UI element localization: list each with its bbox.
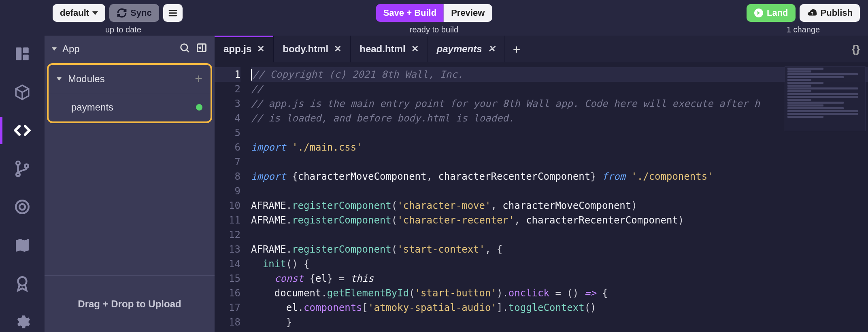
code-area[interactable]: 123456789101112131415161718 // Copyright… [215,62,868,332]
svg-marker-13 [20,239,25,252]
tab-label: body.html [283,43,328,55]
modules-header[interactable]: Modules + [49,65,211,93]
rail-branch[interactable] [11,159,34,179]
svg-point-10 [16,201,29,214]
rail-code[interactable] [11,120,34,141]
land-button[interactable]: Land [747,4,796,22]
tab-app-js[interactable]: app.js✕ [215,36,274,62]
svg-point-8 [16,172,20,176]
chevron-down-icon [92,11,98,15]
root-label: App [62,43,80,55]
editor-tabs: app.js✕body.html✕head.html✕payments✕ ＋ {… [215,36,868,62]
module-label: payments [71,102,113,113]
svg-point-11 [19,204,25,210]
editor: app.js✕body.html✕head.html✕payments✕ ＋ {… [215,36,868,332]
sync-button[interactable]: Sync [109,4,159,22]
side-rail [0,36,45,332]
tab-payments[interactable]: payments✕ [428,36,504,62]
minimap[interactable] [785,66,866,131]
modified-indicator-icon [196,104,202,111]
sync-icon [117,8,127,18]
tab-body-html[interactable]: body.html✕ [274,36,351,62]
new-tab-button[interactable]: ＋ [504,36,529,62]
save-build-button[interactable]: Save + Build [376,4,444,22]
tab-head-html[interactable]: head.html✕ [351,36,428,62]
cloud-upload-icon [807,8,817,18]
tab-label: app.js [223,43,251,55]
close-icon[interactable]: ✕ [257,44,264,54]
rail-layout[interactable] [11,44,34,64]
preview-button[interactable]: Preview [444,4,492,22]
add-module-button[interactable]: + [195,71,202,86]
sync-label: Sync [130,8,152,18]
module-item-payments[interactable]: payments [49,93,211,121]
rail-map[interactable] [11,235,34,256]
chevron-down-icon [52,47,57,51]
panel-collapse-icon[interactable] [196,42,207,56]
section-label: Modules [68,73,105,85]
arrow-right-circle-icon [754,8,764,18]
search-icon[interactable] [179,42,190,56]
tab-label: head.html [360,43,405,55]
branch-label: default [60,8,89,18]
code-content[interactable]: // Copyright (c) 2021 8th Wall, Inc.////… [247,62,868,332]
svg-rect-5 [23,48,29,53]
tab-label: payments [437,43,482,55]
svg-point-7 [16,161,20,165]
svg-rect-4 [16,48,21,61]
rail-target[interactable] [11,197,34,217]
rail-settings[interactable] [11,312,34,332]
menu-icon [168,8,178,18]
braces-icon[interactable]: {} [844,36,868,62]
file-panel-header[interactable]: App [45,36,215,62]
publish-button[interactable]: Publish [800,4,860,22]
file-panel: App Modules + payments Drag + D [45,36,215,332]
svg-marker-14 [24,239,29,252]
line-gutter: 123456789101112131415161718 [215,62,247,332]
drop-zone[interactable]: Drag + Drop to Upload [45,275,215,332]
svg-point-15 [18,277,27,286]
sync-status: up to date [105,25,141,34]
close-icon[interactable]: ✕ [488,44,495,54]
rail-cube[interactable] [11,82,34,103]
modules-section: Modules + payments [47,63,212,123]
build-status: ready to build [410,25,458,34]
rail-award[interactable] [11,273,34,294]
menu-button[interactable] [163,4,183,22]
changes-status: 1 change [787,25,820,34]
svg-point-9 [25,164,28,168]
close-icon[interactable]: ✕ [411,44,419,54]
topbar: default Sync up to date Save + Build Pre… [0,0,868,36]
chevron-down-icon [57,77,62,81]
close-icon[interactable]: ✕ [334,44,341,54]
svg-marker-12 [16,239,20,252]
branch-selector[interactable]: default [53,4,105,22]
svg-line-17 [187,50,189,52]
svg-point-16 [181,44,187,51]
svg-rect-6 [23,55,29,60]
